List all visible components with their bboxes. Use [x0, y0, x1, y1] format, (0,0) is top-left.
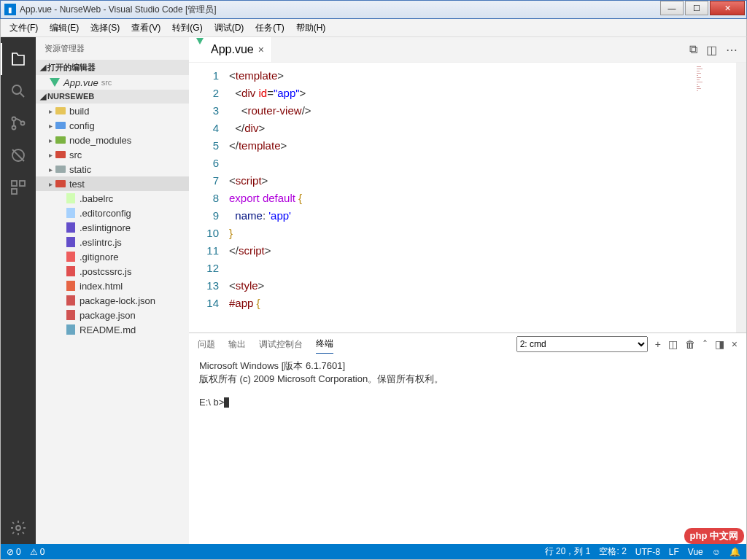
panel-close-icon[interactable]: ×	[732, 338, 738, 350]
status-warnings[interactable]: ⚠0	[30, 547, 45, 557]
file-item[interactable]: .postcssrc.js	[36, 264, 189, 279]
file-item[interactable]: package-lock.json	[36, 293, 189, 308]
tree-item-label: src	[69, 149, 82, 160]
compare-icon[interactable]: ⧉	[689, 43, 697, 56]
tree-item-label: package.json	[80, 310, 136, 321]
maximize-button[interactable]: ☐	[685, 1, 708, 15]
file-item[interactable]: .babelrc	[36, 191, 189, 206]
panel-maximize-icon[interactable]: ◨	[715, 338, 724, 350]
code-line: export default {	[229, 190, 311, 207]
tree-item-label: .gitignore	[80, 252, 118, 262]
vertical-scrollbar[interactable]	[736, 63, 746, 332]
chevron-icon: ▸	[46, 180, 55, 188]
minimize-button[interactable]: —	[660, 1, 684, 15]
menu-item[interactable]: 选择(S)	[85, 20, 125, 36]
window-titlebar: ▮ App.vue - NurseWeb - Visual Studio Cod…	[0, 0, 747, 19]
menu-item[interactable]: 文件(F)	[4, 20, 44, 36]
chevron-icon: ▸	[46, 151, 55, 159]
extensions-icon[interactable]	[1, 171, 36, 203]
panel-actions: 2: cmd + ◫ 🗑 ˄ ◨ ×	[516, 336, 738, 352]
folder-icon	[55, 149, 66, 160]
split-terminal-icon[interactable]: ◫	[668, 338, 678, 350]
debug-icon[interactable]	[1, 139, 36, 171]
code-editor[interactable]: 1234567891011121314 <template> <div id="…	[189, 63, 746, 332]
status-feedback-icon[interactable]: ☺	[712, 547, 721, 557]
folder-item[interactable]: ▸test	[36, 176, 189, 191]
status-eol[interactable]: LF	[669, 547, 679, 557]
project-header[interactable]: ◢NURSEWEB	[36, 90, 189, 104]
settings-gear-icon[interactable]	[1, 512, 36, 544]
file-item[interactable]: .editorconfig	[36, 206, 189, 220]
panel-tab[interactable]: 调试控制台	[259, 335, 303, 354]
code-line: }	[229, 225, 311, 242]
more-icon[interactable]: ⋯	[726, 43, 738, 57]
vue-icon	[196, 44, 206, 55]
file-item[interactable]: .gitignore	[36, 249, 189, 264]
terminal-selector[interactable]: 2: cmd	[516, 336, 648, 352]
panel-tab[interactable]: 终端	[316, 335, 333, 354]
open-editor-item[interactable]: App.vue src	[36, 75, 189, 90]
search-icon[interactable]	[1, 75, 36, 107]
file-item[interactable]: .eslintrc.js	[36, 235, 189, 249]
kill-terminal-icon[interactable]: 🗑	[685, 338, 695, 350]
svg-rect-5	[12, 181, 17, 186]
tree-item-label: README.md	[80, 324, 136, 335]
file-icon	[65, 309, 77, 321]
tab-label: App.vue	[211, 43, 254, 56]
file-item[interactable]: .eslintignore	[36, 220, 189, 235]
folder-icon	[55, 134, 66, 146]
svg-point-2	[12, 126, 16, 130]
status-cursor[interactable]: 行 20，列 1	[545, 545, 591, 558]
terminal[interactable]: Microsoft Windows [版本 6.1.7601] 版权所有 (c)…	[189, 355, 746, 544]
code-line	[229, 155, 311, 172]
open-editors-header[interactable]: ◢打开的编辑器	[36, 60, 189, 75]
new-terminal-icon[interactable]: +	[655, 338, 661, 350]
file-item[interactable]: README.md	[36, 322, 189, 337]
explorer-icon[interactable]	[1, 43, 36, 75]
file-icon	[65, 251, 77, 262]
folder-item[interactable]: ▸config	[36, 118, 189, 133]
menu-item[interactable]: 查看(V)	[125, 20, 166, 36]
status-bell-icon[interactable]: 🔔	[729, 547, 740, 557]
terminal-line: Microsoft Windows [版本 6.1.7601]	[199, 359, 736, 373]
editor-tabs: App.vue × ⧉ ◫ ⋯	[189, 37, 746, 63]
tab-app-vue[interactable]: App.vue ×	[189, 37, 272, 62]
folder-item[interactable]: ▸build	[36, 104, 189, 118]
menu-item[interactable]: 任务(T)	[249, 20, 290, 36]
code-line: <style>	[229, 277, 311, 295]
menu-item[interactable]: 编辑(E)	[44, 20, 85, 36]
panel-tab[interactable]: 问题	[198, 335, 215, 354]
panel-tab[interactable]: 输出	[228, 335, 246, 354]
folder-item[interactable]: ▸src	[36, 147, 189, 162]
status-errors[interactable]: ⊘0	[7, 547, 21, 557]
status-bar: ⊘0 ⚠0 行 20，列 1 空格: 2 UTF-8 LF Vue ☺ 🔔	[0, 544, 747, 560]
folder-icon	[55, 120, 66, 131]
status-encoding[interactable]: UTF-8	[635, 547, 660, 557]
tree-item-label: build	[69, 106, 89, 117]
status-indent[interactable]: 空格: 2	[599, 545, 626, 558]
panel-up-icon[interactable]: ˄	[703, 338, 708, 350]
minimap[interactable]: ▬▬▬▬▬▬▬▬▬▬▬▬▬▬▬▬▬▬▬▬▬▬▬▬▬▬▬▬▬	[697, 66, 736, 139]
svg-rect-7	[12, 189, 17, 194]
folder-icon	[55, 163, 66, 175]
tab-close-icon[interactable]: ×	[258, 44, 264, 55]
menu-item[interactable]: 帮助(H)	[290, 20, 332, 36]
tree-item-label: .eslintignore	[80, 222, 131, 233]
menu-item[interactable]: 转到(G)	[166, 20, 208, 36]
source-control-icon[interactable]	[1, 107, 36, 139]
menu-item[interactable]: 调试(D)	[209, 20, 250, 36]
file-item[interactable]: package.json	[36, 308, 189, 322]
close-button[interactable]: ✕	[710, 1, 745, 15]
svg-point-3	[21, 122, 25, 125]
tree-item-label: .postcssrc.js	[80, 266, 132, 277]
file-item[interactable]: index.html	[36, 279, 189, 293]
split-editor-icon[interactable]: ◫	[706, 43, 717, 57]
status-language[interactable]: Vue	[688, 547, 703, 557]
folder-item[interactable]: ▸node_modules	[36, 133, 189, 147]
terminal-line: 版权所有 (c) 2009 Microsoft Corporation。保留所有…	[199, 373, 736, 386]
folder-item[interactable]: ▸static	[36, 162, 189, 176]
watermark: php 中文网	[684, 528, 744, 544]
line-gutter: 1234567891011121314	[189, 63, 229, 332]
code-line: #app {	[229, 295, 311, 312]
svg-point-0	[12, 85, 21, 94]
